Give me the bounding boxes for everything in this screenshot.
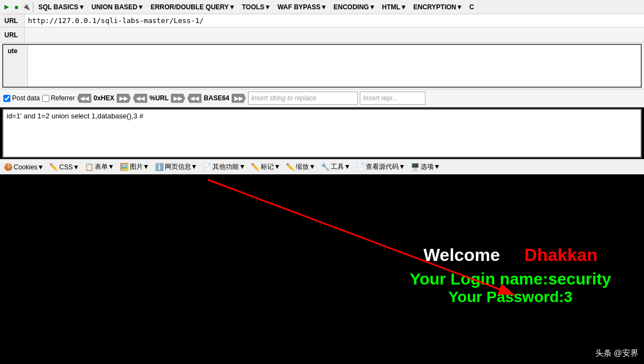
menu-union-based[interactable]: UNION BASED▼ <box>89 2 147 12</box>
oxhex-left-arrow[interactable]: ◀◀ <box>77 94 91 103</box>
query-box: id=1' and 1=2 union select 1,database(),… <box>2 109 642 158</box>
play-icon[interactable]: ▶ <box>2 3 11 12</box>
tamper-forms[interactable]: 📋 表单▼ <box>83 162 116 172</box>
tamper-tools[interactable]: 🔧 工具▼ <box>319 162 352 172</box>
url-label-opt: %URL <box>150 94 169 102</box>
url-left-arrow[interactable]: ◀◀ <box>133 94 147 103</box>
tamper-options[interactable]: 🖥️ 选项▼ <box>409 162 442 172</box>
query-textarea[interactable]: id=1' and 1=2 union select 1,database(),… <box>3 110 641 157</box>
main-window: ▶ ■ 🔌 SQL BASICS▼ UNION BASED▼ ERROR/DOU… <box>0 0 644 364</box>
oxhex-label: 0xHEX <box>94 94 114 102</box>
menu-tools[interactable]: TOOLS▼ <box>239 2 274 12</box>
options-bar: Post data Referrer ◀◀ 0xHEX ▶▶ ◀◀ %URL ▶… <box>0 89 644 107</box>
source-icon: 📄 <box>356 163 365 171</box>
tamper-zoom[interactable]: ✏️ 缩放▼ <box>284 162 317 172</box>
welcome-text: Welcome Dhakkan <box>410 245 611 265</box>
menu-sql-basics[interactable]: SQL BASICS▼ <box>36 2 88 12</box>
tamper-source[interactable]: 📄 查看源代码▼ <box>354 162 407 172</box>
options-icon: 🖥️ <box>411 163 419 171</box>
base64-right-arrow[interactable]: ▶▶ <box>232 94 246 103</box>
tamper-other[interactable]: 📄 其他功能▼ <box>201 162 247 172</box>
post-data-checkbox[interactable]: Post data <box>3 94 40 102</box>
mark-icon: ✏️ <box>251 163 260 171</box>
info-icon: ℹ️ <box>155 163 164 171</box>
menu-c[interactable]: C <box>467 2 477 12</box>
base64-label: BASE64 <box>204 94 229 102</box>
menu-html[interactable]: HTML▼ <box>380 2 410 12</box>
oxhex-right-arrow[interactable]: ▶▶ <box>117 94 131 103</box>
stop-icon[interactable]: ■ <box>12 3 21 12</box>
url-section: URL URL ute <box>0 14 644 89</box>
tamper-css[interactable]: ✏️ CSS▼ <box>48 162 81 172</box>
url-right-arrow[interactable]: ▶▶ <box>171 94 185 103</box>
forms-icon: 📋 <box>85 163 94 171</box>
menu-error-double[interactable]: ERROR/DOUBLE QUERY▼ <box>148 2 238 12</box>
plugin-icon[interactable]: 🔌 <box>22 3 31 12</box>
images-icon: 🖼️ <box>120 163 129 171</box>
url-label: URL <box>0 14 25 27</box>
menu-waf-bypass[interactable]: WAF BYPASS▼ <box>275 2 330 12</box>
watermark: 头条 @安界 <box>595 348 639 359</box>
web-content-area: Welcome Dhakkan Your Login name:security… <box>0 174 644 364</box>
top-toolbar: ▶ ■ 🔌 SQL BASICS▼ UNION BASED▼ ERROR/DOU… <box>0 0 644 14</box>
insert-string-input[interactable] <box>248 92 358 105</box>
tamper-cookies[interactable]: 🍪 Cookies▼ <box>2 162 45 172</box>
login-line: Your Login name:security <box>410 270 611 288</box>
separator <box>33 2 33 12</box>
referrer-checkbox[interactable]: Referrer <box>42 94 75 102</box>
url-label-2: URL <box>0 27 25 42</box>
tamper-images[interactable]: 🖼️ 图片▼ <box>118 162 151 172</box>
menu-encoding[interactable]: ENCODING▼ <box>331 2 378 12</box>
tamper-mark[interactable]: ✏️ 标记▼ <box>249 162 282 172</box>
tools-icon: 🔧 <box>321 163 330 171</box>
base64-left-arrow[interactable]: ◀◀ <box>187 94 202 103</box>
cookies-icon: 🍪 <box>4 163 13 171</box>
web-text-area: Welcome Dhakkan Your Login name:security… <box>410 245 611 306</box>
tamper-pageinfo[interactable]: ℹ️ 网页信息▼ <box>153 162 199 172</box>
zoom-icon: ✏️ <box>286 163 295 171</box>
url-textarea[interactable] <box>28 45 641 87</box>
other-icon: 📄 <box>203 163 211 171</box>
url-input[interactable] <box>25 14 644 27</box>
menu-encryption[interactable]: ENCRYPTION▼ <box>411 2 465 12</box>
css-icon: ✏️ <box>49 163 58 171</box>
tamper-bar: 🍪 Cookies▼ ✏️ CSS▼ 📋 表单▼ 🖼️ 图片▼ ℹ️ 网页信息▼… <box>0 159 644 174</box>
insert-replace-input[interactable] <box>360 92 426 105</box>
url-main-box: ute <box>2 44 642 88</box>
execute-label: ute <box>3 45 28 87</box>
password-line: Your Password:3 <box>410 288 611 306</box>
